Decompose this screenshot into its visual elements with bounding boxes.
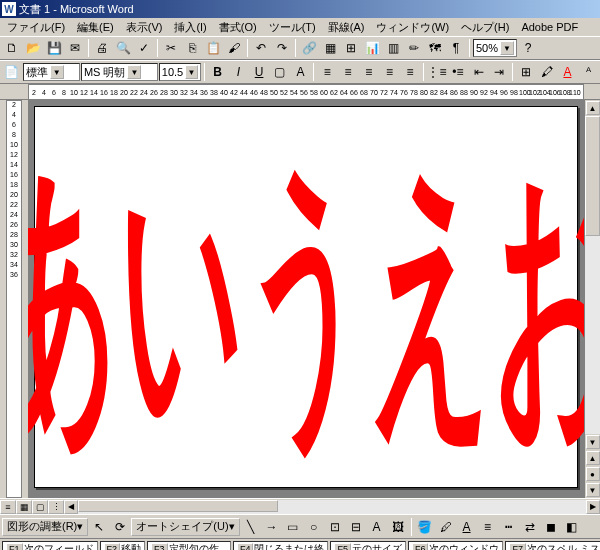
undo-icon[interactable]: ↶ bbox=[251, 38, 271, 58]
outline-view-icon[interactable]: ⋮ bbox=[48, 500, 64, 514]
align-left-icon[interactable]: ≡ bbox=[317, 62, 337, 82]
line-style-icon[interactable]: ≡ bbox=[478, 517, 498, 537]
underline-icon[interactable]: U bbox=[249, 62, 269, 82]
horizontal-scrollbar[interactable]: ◀ ▶ bbox=[64, 499, 600, 515]
bold-icon[interactable]: B bbox=[208, 62, 228, 82]
scroll-down-icon[interactable]: ▼ bbox=[586, 435, 600, 449]
document-text[interactable]: あいうえお bbox=[28, 152, 584, 442]
fkey-F4[interactable]: F4閉じるまたは終 bbox=[233, 541, 329, 551]
hyperlink-icon[interactable]: 🔗 bbox=[299, 38, 319, 58]
bullets-icon[interactable]: •≡ bbox=[448, 62, 468, 82]
format-painter-icon[interactable]: 🖌 bbox=[224, 38, 244, 58]
fkey-F1[interactable]: F1次のフィールド bbox=[2, 541, 98, 551]
help-icon[interactable]: ? bbox=[518, 38, 538, 58]
borders-icon[interactable]: ⊞ bbox=[516, 62, 536, 82]
arrow-style-icon[interactable]: ⇄ bbox=[520, 517, 540, 537]
clipart-icon[interactable]: 🖼 bbox=[388, 517, 408, 537]
font-combo[interactable]: MS 明朝▼ bbox=[81, 63, 158, 81]
menu-insert[interactable]: 挿入(I) bbox=[169, 19, 211, 36]
scroll-left-icon[interactable]: ◀ bbox=[64, 500, 78, 514]
arrow-icon[interactable]: → bbox=[262, 517, 282, 537]
menu-window[interactable]: ウィンドウ(W) bbox=[371, 19, 454, 36]
paragraph-icon[interactable]: ¶ bbox=[446, 38, 466, 58]
wordart-icon[interactable]: A bbox=[367, 517, 387, 537]
italic-icon[interactable]: I bbox=[229, 62, 249, 82]
normal-view-icon[interactable]: ≡ bbox=[0, 500, 16, 514]
menu-edit[interactable]: 編集(E) bbox=[72, 19, 119, 36]
font-color2-icon[interactable]: A bbox=[457, 517, 477, 537]
fkey-F7[interactable]: F7次のスペル ミス bbox=[505, 541, 600, 551]
menu-help[interactable]: ヘルプ(H) bbox=[456, 19, 514, 36]
style-combo[interactable]: 標準▼ bbox=[23, 63, 80, 81]
menu-file[interactable]: ファイル(F) bbox=[2, 19, 70, 36]
menu-table[interactable]: 罫線(A) bbox=[323, 19, 370, 36]
scroll-up-icon[interactable]: ▲ bbox=[586, 101, 600, 115]
3d-icon[interactable]: ◧ bbox=[562, 517, 582, 537]
autoshape-button[interactable]: オートシェイプ(U) ▾ bbox=[131, 518, 239, 536]
fkey-F5[interactable]: F5元のサイズ bbox=[330, 541, 406, 551]
spell-icon[interactable]: ✓ bbox=[134, 38, 154, 58]
tables-icon[interactable]: ▦ bbox=[320, 38, 340, 58]
oval-icon[interactable]: ○ bbox=[304, 517, 324, 537]
paste-icon[interactable]: 📋 bbox=[203, 38, 223, 58]
rotate-icon[interactable]: ⟳ bbox=[110, 517, 130, 537]
browse-prev-icon[interactable]: ▲ bbox=[586, 451, 600, 465]
outdent-icon[interactable]: ⇤ bbox=[469, 62, 489, 82]
drawing-icon[interactable]: ✏ bbox=[404, 38, 424, 58]
border-icon[interactable]: ▢ bbox=[270, 62, 290, 82]
save-icon[interactable]: 💾 bbox=[44, 38, 64, 58]
mail-icon[interactable]: ✉ bbox=[65, 38, 85, 58]
menu-view[interactable]: 表示(V) bbox=[121, 19, 168, 36]
menu-adobe[interactable]: Adobe PDF bbox=[516, 20, 583, 34]
copy-icon[interactable]: ⎘ bbox=[182, 38, 202, 58]
line-icon[interactable]: ╲ bbox=[241, 517, 261, 537]
fkey-F2[interactable]: F2移動 bbox=[100, 541, 146, 551]
font-color-icon[interactable]: A bbox=[558, 62, 578, 82]
pdf-icon[interactable]: 📄 bbox=[2, 62, 22, 82]
document-container[interactable]: あいうえお bbox=[28, 100, 584, 498]
fkey-F3[interactable]: F3定型句の作... bbox=[147, 541, 231, 551]
preview-icon[interactable]: 🔍 bbox=[113, 38, 133, 58]
indent-icon[interactable]: ⇥ bbox=[489, 62, 509, 82]
scroll-right-icon[interactable]: ▶ bbox=[586, 500, 600, 514]
zoom-combo[interactable]: 50%▼ bbox=[473, 39, 517, 57]
open-icon[interactable]: 📂 bbox=[23, 38, 43, 58]
size-combo[interactable]: 10.5▼ bbox=[159, 63, 201, 81]
print-icon[interactable]: 🖨 bbox=[92, 38, 112, 58]
columns-icon[interactable]: ▥ bbox=[383, 38, 403, 58]
align-right-icon[interactable]: ≡ bbox=[359, 62, 379, 82]
draw-menu-button[interactable]: 図形の調整(R) ▾ bbox=[2, 518, 88, 536]
char-border-icon[interactable]: A bbox=[291, 62, 311, 82]
fkey-F6[interactable]: F6次のウィンドウ bbox=[408, 541, 504, 551]
dash-style-icon[interactable]: ┅ bbox=[499, 517, 519, 537]
menu-tools[interactable]: ツール(T) bbox=[264, 19, 321, 36]
web-view-icon[interactable]: ▦ bbox=[16, 500, 32, 514]
horizontal-ruler[interactable]: 2468101214161820222426283032343638404244… bbox=[0, 84, 600, 100]
select-icon[interactable]: ↖ bbox=[89, 517, 109, 537]
cut-icon[interactable]: ✂ bbox=[161, 38, 181, 58]
new-icon[interactable]: 🗋 bbox=[2, 38, 22, 58]
excel-icon[interactable]: 📊 bbox=[362, 38, 382, 58]
print-view-icon[interactable]: ▢ bbox=[32, 500, 48, 514]
browse-object-icon[interactable]: ● bbox=[586, 467, 600, 481]
shadow-icon[interactable]: ◼ bbox=[541, 517, 561, 537]
map-icon[interactable]: 🗺 bbox=[425, 38, 445, 58]
vertical-ruler[interactable]: 24681012141618202224262830323436 bbox=[0, 100, 28, 498]
textbox-icon[interactable]: ⊡ bbox=[325, 517, 345, 537]
redo-icon[interactable]: ↷ bbox=[272, 38, 292, 58]
vtextbox-icon[interactable]: ⊟ bbox=[346, 517, 366, 537]
fill-color-icon[interactable]: 🪣 bbox=[415, 517, 435, 537]
ruby-icon[interactable]: ᴬ bbox=[578, 62, 598, 82]
menu-format[interactable]: 書式(O) bbox=[214, 19, 262, 36]
highlight-icon[interactable]: 🖍 bbox=[537, 62, 557, 82]
vertical-scrollbar[interactable]: ▲ ▼ ▲ ● ▼ bbox=[584, 100, 600, 498]
numbering-icon[interactable]: ⋮≡ bbox=[427, 62, 447, 82]
justify-icon[interactable]: ≡ bbox=[380, 62, 400, 82]
distributed-icon[interactable]: ≡ bbox=[400, 62, 420, 82]
browse-next-icon[interactable]: ▼ bbox=[586, 483, 600, 497]
insert-table-icon[interactable]: ⊞ bbox=[341, 38, 361, 58]
line-color-icon[interactable]: 🖊 bbox=[436, 517, 456, 537]
page[interactable]: あいうえお bbox=[34, 106, 578, 488]
align-center-icon[interactable]: ≡ bbox=[338, 62, 358, 82]
rectangle-icon[interactable]: ▭ bbox=[283, 517, 303, 537]
